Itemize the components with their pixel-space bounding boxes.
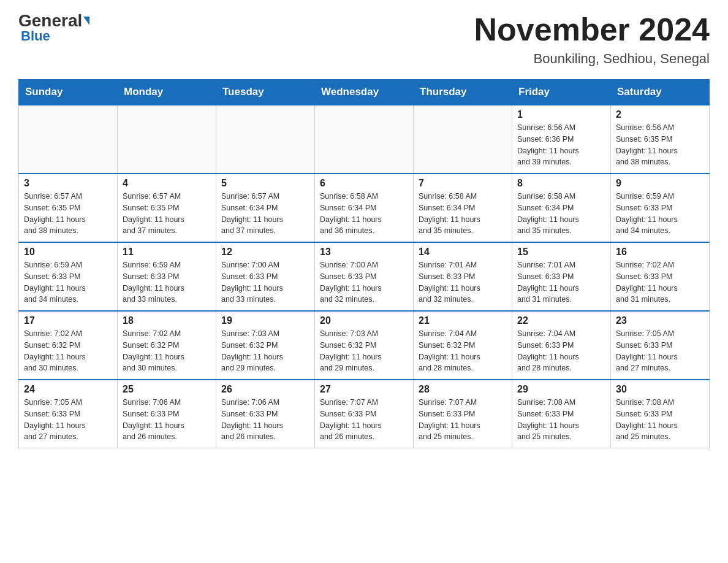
table-row: 10Sunrise: 6:59 AMSunset: 6:33 PMDayligh…	[19, 242, 118, 311]
day-number: 7	[419, 178, 507, 189]
day-info: Sunrise: 7:02 AMSunset: 6:32 PMDaylight:…	[24, 328, 112, 374]
day-number: 28	[419, 384, 507, 395]
day-number: 15	[517, 247, 605, 258]
calendar-week-row: 10Sunrise: 6:59 AMSunset: 6:33 PMDayligh…	[19, 242, 710, 311]
day-info: Sunrise: 6:56 AMSunset: 6:35 PMDaylight:…	[616, 122, 704, 168]
table-row	[19, 105, 118, 174]
day-info: Sunrise: 7:02 AMSunset: 6:32 PMDaylight:…	[123, 328, 211, 374]
table-row: 11Sunrise: 6:59 AMSunset: 6:33 PMDayligh…	[118, 242, 216, 311]
day-info: Sunrise: 7:03 AMSunset: 6:32 PMDaylight:…	[320, 328, 408, 374]
table-row: 28Sunrise: 7:07 AMSunset: 6:33 PMDayligh…	[414, 380, 512, 448]
day-number: 11	[123, 247, 211, 258]
table-row: 24Sunrise: 7:05 AMSunset: 6:33 PMDayligh…	[19, 380, 118, 448]
header-wednesday: Wednesday	[315, 80, 414, 105]
day-number: 24	[24, 384, 112, 395]
weekday-header-row: Sunday Monday Tuesday Wednesday Thursday…	[19, 80, 710, 105]
table-row: 1Sunrise: 6:56 AMSunset: 6:36 PMDaylight…	[512, 105, 611, 174]
day-number: 12	[221, 247, 309, 258]
table-row	[315, 105, 414, 174]
day-info: Sunrise: 6:58 AMSunset: 6:34 PMDaylight:…	[517, 191, 605, 237]
table-row: 26Sunrise: 7:06 AMSunset: 6:33 PMDayligh…	[216, 380, 315, 448]
day-info: Sunrise: 7:00 AMSunset: 6:33 PMDaylight:…	[221, 259, 309, 305]
day-number: 3	[24, 178, 112, 189]
day-number: 19	[221, 315, 309, 326]
day-number: 4	[123, 178, 211, 189]
day-number: 29	[517, 384, 605, 395]
day-info: Sunrise: 7:08 AMSunset: 6:33 PMDaylight:…	[517, 397, 605, 443]
day-number: 25	[123, 384, 211, 395]
day-number: 10	[24, 247, 112, 258]
day-number: 18	[123, 315, 211, 326]
day-info: Sunrise: 7:07 AMSunset: 6:33 PMDaylight:…	[419, 397, 507, 443]
day-info: Sunrise: 6:57 AMSunset: 6:35 PMDaylight:…	[24, 191, 112, 237]
header-thursday: Thursday	[414, 80, 512, 105]
day-info: Sunrise: 7:04 AMSunset: 6:32 PMDaylight:…	[419, 328, 507, 374]
day-info: Sunrise: 7:06 AMSunset: 6:33 PMDaylight:…	[123, 397, 211, 443]
day-number: 13	[320, 247, 408, 258]
table-row: 21Sunrise: 7:04 AMSunset: 6:32 PMDayligh…	[414, 311, 512, 380]
day-info: Sunrise: 7:06 AMSunset: 6:33 PMDaylight:…	[221, 397, 309, 443]
day-info: Sunrise: 6:59 AMSunset: 6:33 PMDaylight:…	[24, 259, 112, 305]
header: General Blue November 2024 Bounkiling, S…	[18, 12, 710, 67]
day-info: Sunrise: 7:00 AMSunset: 6:33 PMDaylight:…	[320, 259, 408, 305]
day-info: Sunrise: 6:58 AMSunset: 6:34 PMDaylight:…	[320, 191, 408, 237]
day-number: 9	[616, 178, 704, 189]
title-area: November 2024 Bounkiling, Sedhiou, Seneg…	[474, 12, 710, 67]
day-number: 20	[320, 315, 408, 326]
table-row: 29Sunrise: 7:08 AMSunset: 6:33 PMDayligh…	[512, 380, 611, 448]
day-number: 6	[320, 178, 408, 189]
day-info: Sunrise: 6:58 AMSunset: 6:34 PMDaylight:…	[419, 191, 507, 237]
table-row: 23Sunrise: 7:05 AMSunset: 6:33 PMDayligh…	[611, 311, 710, 380]
day-info: Sunrise: 7:05 AMSunset: 6:33 PMDaylight:…	[616, 328, 704, 374]
day-number: 21	[419, 315, 507, 326]
header-saturday: Saturday	[611, 80, 710, 105]
calendar-week-row: 1Sunrise: 6:56 AMSunset: 6:36 PMDaylight…	[19, 105, 710, 174]
day-number: 30	[616, 384, 704, 395]
day-info: Sunrise: 7:02 AMSunset: 6:33 PMDaylight:…	[616, 259, 704, 305]
day-info: Sunrise: 7:03 AMSunset: 6:32 PMDaylight:…	[221, 328, 309, 374]
header-friday: Friday	[512, 80, 611, 105]
header-tuesday: Tuesday	[216, 80, 315, 105]
day-info: Sunrise: 7:05 AMSunset: 6:33 PMDaylight:…	[24, 397, 112, 443]
day-info: Sunrise: 7:08 AMSunset: 6:33 PMDaylight:…	[616, 397, 704, 443]
table-row: 12Sunrise: 7:00 AMSunset: 6:33 PMDayligh…	[216, 242, 315, 311]
day-number: 2	[616, 109, 704, 120]
day-info: Sunrise: 6:57 AMSunset: 6:34 PMDaylight:…	[221, 191, 309, 237]
table-row: 22Sunrise: 7:04 AMSunset: 6:33 PMDayligh…	[512, 311, 611, 380]
day-number: 1	[517, 109, 605, 120]
table-row: 15Sunrise: 7:01 AMSunset: 6:33 PMDayligh…	[512, 242, 611, 311]
table-row: 3Sunrise: 6:57 AMSunset: 6:35 PMDaylight…	[19, 174, 118, 242]
day-number: 5	[221, 178, 309, 189]
table-row: 18Sunrise: 7:02 AMSunset: 6:32 PMDayligh…	[118, 311, 216, 380]
table-row: 14Sunrise: 7:01 AMSunset: 6:33 PMDayligh…	[414, 242, 512, 311]
table-row: 27Sunrise: 7:07 AMSunset: 6:33 PMDayligh…	[315, 380, 414, 448]
day-info: Sunrise: 6:57 AMSunset: 6:35 PMDaylight:…	[123, 191, 211, 237]
table-row: 16Sunrise: 7:02 AMSunset: 6:33 PMDayligh…	[611, 242, 710, 311]
day-number: 16	[616, 247, 704, 258]
day-number: 8	[517, 178, 605, 189]
location-title: Bounkiling, Sedhiou, Senegal	[474, 51, 710, 67]
day-info: Sunrise: 6:59 AMSunset: 6:33 PMDaylight:…	[616, 191, 704, 237]
table-row: 8Sunrise: 6:58 AMSunset: 6:34 PMDaylight…	[512, 174, 611, 242]
logo: General Blue	[18, 12, 89, 44]
table-row: 30Sunrise: 7:08 AMSunset: 6:33 PMDayligh…	[611, 380, 710, 448]
day-info: Sunrise: 7:01 AMSunset: 6:33 PMDaylight:…	[517, 259, 605, 305]
table-row: 9Sunrise: 6:59 AMSunset: 6:33 PMDaylight…	[611, 174, 710, 242]
day-number: 26	[221, 384, 309, 395]
day-info: Sunrise: 7:07 AMSunset: 6:33 PMDaylight:…	[320, 397, 408, 443]
header-monday: Monday	[118, 80, 216, 105]
month-title: November 2024	[474, 12, 710, 47]
table-row: 25Sunrise: 7:06 AMSunset: 6:33 PMDayligh…	[118, 380, 216, 448]
day-info: Sunrise: 7:04 AMSunset: 6:33 PMDaylight:…	[517, 328, 605, 374]
day-number: 23	[616, 315, 704, 326]
day-info: Sunrise: 7:01 AMSunset: 6:33 PMDaylight:…	[419, 259, 507, 305]
day-info: Sunrise: 6:56 AMSunset: 6:36 PMDaylight:…	[517, 122, 605, 168]
table-row: 13Sunrise: 7:00 AMSunset: 6:33 PMDayligh…	[315, 242, 414, 311]
table-row: 4Sunrise: 6:57 AMSunset: 6:35 PMDaylight…	[118, 174, 216, 242]
calendar-week-row: 17Sunrise: 7:02 AMSunset: 6:32 PMDayligh…	[19, 311, 710, 380]
day-number: 14	[419, 247, 507, 258]
day-number: 27	[320, 384, 408, 395]
table-row: 7Sunrise: 6:58 AMSunset: 6:34 PMDaylight…	[414, 174, 512, 242]
table-row: 20Sunrise: 7:03 AMSunset: 6:32 PMDayligh…	[315, 311, 414, 380]
day-number: 22	[517, 315, 605, 326]
